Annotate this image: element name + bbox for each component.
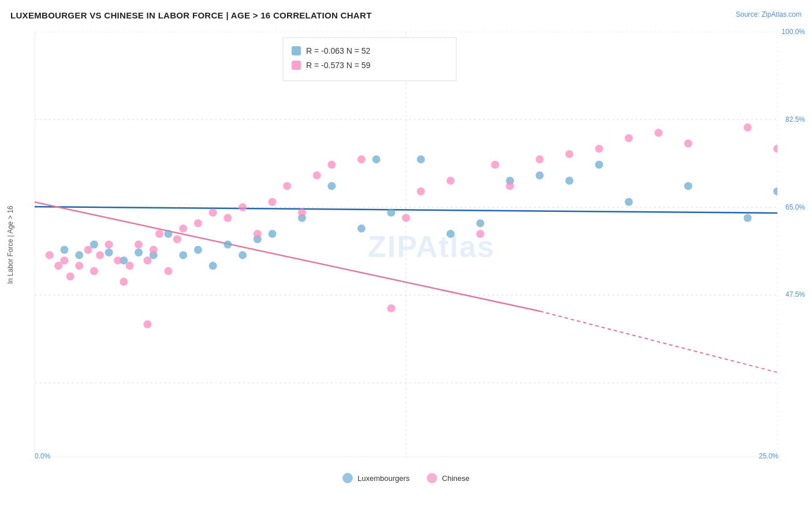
y-tick-82: 82.5%: [785, 115, 805, 124]
legend-chinese: Chinese: [427, 473, 470, 483]
y-axis-label: In Labor Force | Age > 16: [6, 206, 14, 284]
y-tick-100: 100.0%: [781, 28, 805, 36]
y-tick-65: 65.0%: [785, 203, 805, 211]
scatter-canvas: [35, 32, 777, 457]
chart-container: LUXEMBOURGER VS CHINESE IN LABOR FORCE |…: [0, 0, 812, 515]
y-tick-47: 47.5%: [785, 290, 805, 298]
chart-legend: Luxembourgers Chinese: [342, 473, 470, 483]
legend-luxembourgers: Luxembourgers: [342, 473, 409, 483]
legend-dot-chinese: [427, 473, 437, 483]
legend-dot-luxembourgers: [342, 473, 353, 483]
legend-label-luxembourgers: Luxembourgers: [357, 474, 409, 483]
chart-title: LUXEMBOURGER VS CHINESE IN LABOR FORCE |…: [10, 10, 372, 20]
legend-label-chinese: Chinese: [442, 474, 470, 483]
source-label: Source: ZipAtlas.com: [736, 10, 802, 18]
